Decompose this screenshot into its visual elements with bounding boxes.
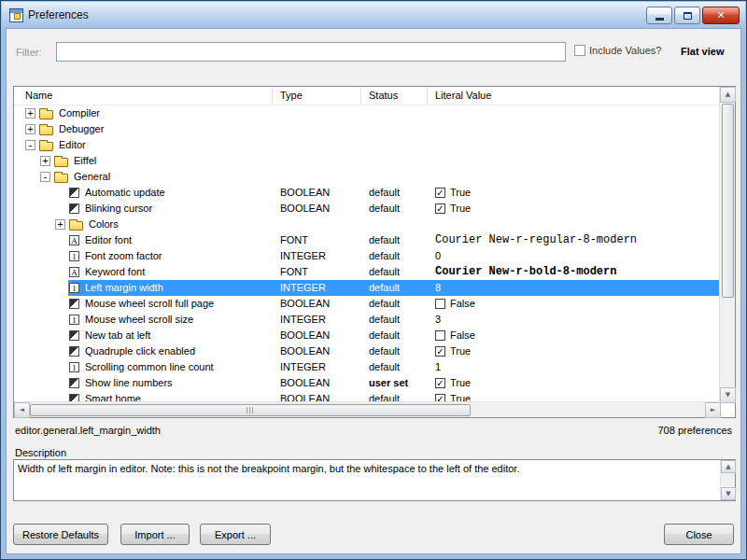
- tree-row[interactable]: New tab at leftBOOLEANdefaultFalse: [14, 328, 719, 343]
- tree-row[interactable]: +Debugger: [14, 121, 719, 137]
- expand-icon[interactable]: +: [55, 219, 65, 230]
- collapse-icon[interactable]: -: [40, 172, 50, 182]
- checked-checkbox-icon[interactable]: ✓: [435, 203, 445, 214]
- value-text: True: [450, 185, 471, 201]
- expand-icon[interactable]: +: [25, 124, 35, 134]
- close-icon: ✕: [716, 10, 725, 21]
- column-header-literal-value[interactable]: Literal Value: [428, 87, 719, 105]
- preference-status: default: [361, 232, 428, 248]
- preference-name: New tab at left: [84, 328, 150, 343]
- tree-row[interactable]: 1Mouse wheel scroll sizeINTEGERdefault3: [14, 312, 719, 328]
- name-cell: +Compiler: [14, 105, 273, 121]
- titlebar[interactable]: Preferences ✕: [2, 2, 745, 28]
- tree-row[interactable]: 1Font zoom factorINTEGERdefault0: [14, 248, 719, 264]
- unchecked-checkbox-icon[interactable]: [435, 299, 445, 309]
- description-scroll-down-button[interactable]: ▼: [721, 487, 736, 500]
- unchecked-checkbox-icon[interactable]: [435, 330, 445, 341]
- close-window-button[interactable]: ✕: [702, 7, 740, 24]
- tree-row[interactable]: Blinking cursorBOOLEANdefault✓True: [14, 201, 719, 217]
- preference-type: BOOLEAN: [273, 375, 361, 391]
- preference-name: Show line numbers: [84, 375, 173, 391]
- scroll-down-button[interactable]: ▼: [720, 387, 736, 403]
- close-dialog-button[interactable]: Close: [664, 524, 734, 545]
- name-cell: Show line numbers: [14, 375, 273, 391]
- flat-view-button[interactable]: Flat view: [681, 46, 724, 57]
- preference-name: Scrolling common line count: [84, 359, 214, 375]
- tree-row[interactable]: Smart homeBOOLEANdefault✓True: [14, 391, 719, 401]
- value-text: True: [450, 201, 471, 217]
- name-cell: 1Scrolling common line count: [14, 359, 273, 375]
- minimize-icon: [655, 18, 664, 21]
- tree-row[interactable]: +Eiffel: [14, 153, 719, 169]
- filter-input[interactable]: [56, 42, 566, 62]
- tree-row[interactable]: +Compiler: [14, 105, 719, 121]
- checked-checkbox-icon[interactable]: ✓: [435, 188, 445, 198]
- table-header: Name Type Status Literal Value: [14, 87, 719, 105]
- preference-name: Mouse wheel scroll size: [84, 312, 193, 328]
- vertical-scrollbar[interactable]: ▲ ▼: [719, 87, 735, 403]
- preference-type: INTEGER: [273, 359, 361, 375]
- preference-status: default: [361, 185, 428, 201]
- column-header-status[interactable]: Status: [361, 87, 428, 105]
- import-button[interactable]: Import ...: [120, 524, 190, 545]
- checked-checkbox-icon[interactable]: ✓: [435, 394, 445, 401]
- preference-name: General: [73, 169, 110, 185]
- value-text: True: [450, 391, 471, 401]
- description-scrollbar[interactable]: ▲ ▼: [720, 460, 735, 500]
- expand-icon[interactable]: +: [40, 156, 50, 166]
- name-cell: +Eiffel: [14, 153, 273, 169]
- include-values-checkbox[interactable]: [574, 45, 585, 56]
- preference-type: BOOLEAN: [273, 391, 361, 401]
- preference-value: False: [428, 296, 719, 312]
- checked-checkbox-icon[interactable]: ✓: [435, 378, 445, 388]
- restore-defaults-button[interactable]: Restore Defaults: [13, 524, 108, 545]
- tree-row[interactable]: 1Left margin widthINTEGERdefault8: [14, 280, 719, 296]
- minimize-button[interactable]: [646, 7, 672, 24]
- horizontal-scrollbar-thumb[interactable]: [30, 404, 471, 416]
- boolean-icon: [69, 299, 79, 309]
- expand-icon[interactable]: +: [25, 108, 35, 119]
- scroll-left-button[interactable]: ◄: [14, 402, 30, 418]
- name-cell: AKeyword font: [14, 264, 273, 280]
- tree-row[interactable]: Automatic updateBOOLEANdefault✓True: [14, 185, 719, 201]
- horizontal-scrollbar[interactable]: ◄ ►: [14, 401, 721, 417]
- thumb-grip-icon: [247, 407, 255, 413]
- value-text: True: [450, 375, 471, 391]
- tree-row[interactable]: Show line numbersBOOLEANuser set✓True: [14, 375, 719, 391]
- name-cell: Automatic update: [14, 185, 273, 201]
- column-header-name[interactable]: Name: [14, 87, 273, 105]
- checked-checkbox-icon[interactable]: ✓: [435, 346, 445, 357]
- name-cell: Smart home: [14, 391, 273, 401]
- tree-row[interactable]: Quadruple click enabledBOOLEANdefault✓Tr…: [14, 343, 719, 359]
- export-button[interactable]: Export ...: [200, 524, 271, 545]
- maximize-button[interactable]: [674, 7, 700, 24]
- maximize-icon: [684, 12, 692, 20]
- description-scroll-up-button[interactable]: ▲: [721, 460, 736, 473]
- preference-name: Colors: [88, 217, 119, 232]
- column-header-type[interactable]: Type: [273, 87, 361, 105]
- preference-type: BOOLEAN: [273, 343, 361, 359]
- vertical-scrollbar-thumb[interactable]: [722, 104, 734, 298]
- preference-value: 1: [428, 359, 719, 375]
- scroll-right-button[interactable]: ►: [705, 402, 721, 418]
- boolean-icon: [69, 346, 79, 357]
- folder-icon: [69, 221, 83, 231]
- preference-value: ✓True: [428, 391, 719, 401]
- tree-row[interactable]: Mouse wheel scroll full pageBOOLEANdefau…: [14, 296, 719, 312]
- font-icon: A: [69, 235, 79, 245]
- preferences-icon: [9, 8, 23, 22]
- selected-preference-path: editor.general.left_margin_width: [15, 425, 161, 436]
- tree-row[interactable]: 1Scrolling common line countINTEGERdefau…: [14, 359, 719, 375]
- scroll-up-button[interactable]: ▲: [720, 87, 736, 103]
- tree-row[interactable]: AKeyword fontFONTdefaultCourier New-r-bo…: [14, 264, 719, 280]
- value-text: 1: [435, 359, 441, 375]
- collapse-icon[interactable]: -: [25, 140, 35, 150]
- tree-row[interactable]: +Colors: [14, 217, 719, 232]
- preference-value: ✓True: [428, 185, 719, 201]
- preference-name: Blinking cursor: [84, 201, 152, 217]
- tree-row[interactable]: -Editor: [14, 137, 719, 153]
- name-cell: 1Left margin width: [14, 280, 273, 296]
- tree-row[interactable]: -General: [14, 169, 719, 185]
- tree-row[interactable]: AEditor fontFONTdefaultCourier New-r-reg…: [14, 232, 719, 248]
- preference-type: INTEGER: [273, 312, 361, 328]
